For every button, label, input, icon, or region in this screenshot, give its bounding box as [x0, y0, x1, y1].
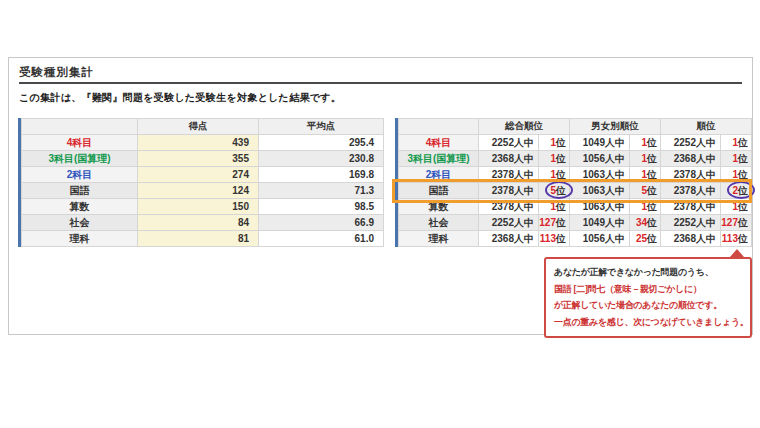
rank-cell: 1位	[630, 151, 661, 167]
average-cell: 295.4	[259, 135, 384, 151]
total-cell: 2252人中	[661, 215, 721, 231]
header-row: 得点 平均点	[22, 119, 384, 135]
row-label: 2科目	[399, 167, 479, 183]
rank-suffix: 位	[556, 185, 566, 196]
total-cell: 2252人中	[479, 135, 539, 151]
total-cell: 2368人中	[479, 231, 539, 247]
total-cell: 2252人中	[479, 215, 539, 231]
rank-suffix: 位	[647, 233, 657, 244]
rank-cell: 127位	[539, 215, 570, 231]
header-row: 総合順位 男女別順位 順位	[399, 119, 752, 135]
total-cell: 2378人中	[479, 167, 539, 183]
score-cell: 124	[138, 183, 259, 199]
total-cell: 2378人中	[479, 199, 539, 215]
rank-value: 34	[636, 217, 647, 228]
rank-value: 127	[539, 217, 556, 228]
page-title: 受験種別集計	[19, 65, 94, 80]
rank-suffix: 位	[738, 169, 748, 180]
results-panel: 受験種別集計 この集計は、『難関』問題を受験した受験生を対象とした結果です。 得…	[8, 57, 753, 335]
callout-line: 国語 [二]問七（意味－親切ごかしに）	[554, 281, 742, 298]
callout-line: 一点の重みを感じ、次につなげていきましょう。	[554, 314, 742, 331]
score-cell: 274	[138, 167, 259, 183]
table-row: 3科目(国算理) 2368人中 1位 1056人中 1位 2368人中 1位	[399, 151, 752, 167]
rank-cell: 1位	[539, 199, 570, 215]
rank-cell: 1位	[721, 135, 752, 151]
row-label: 国語	[22, 183, 138, 199]
total-cell: 1049人中	[570, 215, 630, 231]
rank-value: 25	[636, 233, 647, 244]
total-cell: 2378人中	[661, 167, 721, 183]
score-cell: 355	[138, 151, 259, 167]
rank-suffix: 位	[647, 169, 657, 180]
rank-suffix: 位	[738, 185, 748, 196]
table-row: 算数 2378人中 1位 1063人中 1位 2378人中 1位	[399, 199, 752, 215]
average-cell: 98.5	[259, 199, 384, 215]
table-row: 4科目 439 295.4	[22, 135, 384, 151]
rank-suffix: 位	[738, 201, 748, 212]
row-label: 算数	[399, 199, 479, 215]
callout-note: あなたが正解できなかった問題のうち、 国語 [二]問七（意味－親切ごかしに） が…	[544, 257, 752, 338]
rank-value: 113	[540, 233, 556, 244]
average-column-header: 平均点	[259, 119, 384, 135]
row-label: 2科目	[22, 167, 138, 183]
average-cell: 61.0	[259, 231, 384, 247]
table-row: 3科目(国算理) 355 230.8	[22, 151, 384, 167]
rank-cell: 1位	[539, 167, 570, 183]
rank-cell: 1位	[630, 135, 661, 151]
score-cell: 150	[138, 199, 259, 215]
rank-suffix: 位	[556, 169, 566, 180]
rank-cell: 113位	[721, 231, 752, 247]
total-cell: 2378人中	[479, 183, 539, 199]
empty-header-cell	[22, 119, 138, 135]
callout-arrow	[730, 249, 744, 257]
rank-suffix: 位	[738, 153, 748, 164]
rank-suffix: 位	[556, 137, 566, 148]
callout-line: あなたが正解できなかった問題のうち、	[554, 264, 742, 281]
gender-rank-header: 男女別順位	[570, 119, 661, 135]
row-label: 算数	[22, 199, 138, 215]
average-cell: 66.9	[259, 215, 384, 231]
table-row: 4科目 2252人中 1位 1049人中 1位 2252人中 1位	[399, 135, 752, 151]
rank-cell: 113位	[539, 231, 570, 247]
table-row: 理科 81 61.0	[22, 231, 384, 247]
row-label: 社会	[22, 215, 138, 231]
total-cell: 1056人中	[570, 151, 630, 167]
rank-cell: 5位	[539, 183, 570, 199]
rank-cell: 5位	[630, 183, 661, 199]
total-cell: 1063人中	[570, 183, 630, 199]
table-row: 社会 84 66.9	[22, 215, 384, 231]
score-cell: 84	[138, 215, 259, 231]
table-row-highlighted: 国語 2378人中 5位 1063人中 5位 2378人中 2位	[399, 183, 752, 199]
row-label: 3科目(国算理)	[399, 151, 479, 167]
rank-suffix: 位	[556, 201, 566, 212]
rank-cell: 1位	[630, 199, 661, 215]
row-label: 3科目(国算理)	[22, 151, 138, 167]
rank-cell: 1位	[630, 167, 661, 183]
rank-cell: 2位	[721, 183, 752, 199]
rank-table: 総合順位 男女別順位 順位 4科目 2252人中 1位 1049人中 1位 22…	[395, 118, 752, 247]
row-label: 理科	[22, 231, 138, 247]
rank-suffix: 位	[556, 217, 566, 228]
rank-header: 順位	[661, 119, 752, 135]
score-table: 得点 平均点 4科目 439 295.4 3科目(国算理) 355 230.8 …	[18, 118, 384, 247]
total-cell: 1049人中	[570, 135, 630, 151]
total-cell: 2378人中	[661, 183, 721, 199]
total-cell: 1056人中	[570, 231, 630, 247]
rank-value: 127	[721, 217, 738, 228]
rank-cell: 1位	[721, 199, 752, 215]
rank-suffix: 位	[647, 137, 657, 148]
average-cell: 169.8	[259, 167, 384, 183]
rank-suffix: 位	[647, 185, 657, 196]
table-row: 社会 2252人中 127位 1049人中 34位 2252人中 127位	[399, 215, 752, 231]
row-label: 社会	[399, 215, 479, 231]
rank-suffix: 位	[738, 137, 748, 148]
rank-cell: 1位	[721, 167, 752, 183]
table-row: 算数 150 98.5	[22, 199, 384, 215]
rank-suffix: 位	[647, 217, 657, 228]
rank-cell: 1位	[539, 151, 570, 167]
score-cell: 81	[138, 231, 259, 247]
average-cell: 230.8	[259, 151, 384, 167]
table-row: 2科目 274 169.8	[22, 167, 384, 183]
rank-suffix: 位	[738, 217, 748, 228]
total-cell: 2378人中	[661, 199, 721, 215]
